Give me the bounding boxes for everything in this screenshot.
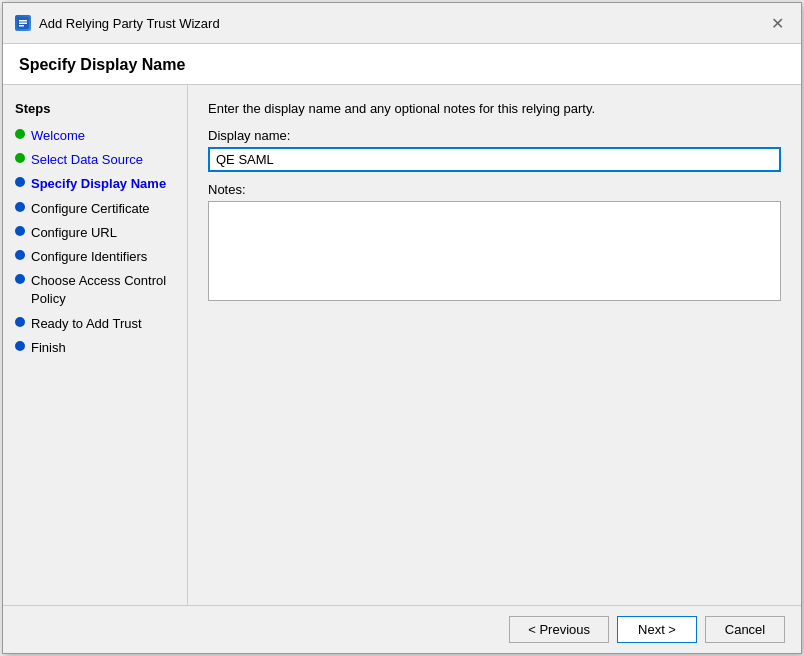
content-area: Steps Welcome Select Data Source Specify… [3, 85, 801, 605]
step-label-finish: Finish [31, 339, 66, 357]
bottom-bar: < Previous Next > Cancel [3, 605, 801, 653]
page-header: Specify Display Name [3, 44, 801, 85]
step-dot-ready-to-add [15, 317, 25, 327]
display-name-label: Display name: [208, 128, 781, 143]
sidebar: Steps Welcome Select Data Source Specify… [3, 85, 188, 605]
title-bar-text: Add Relying Party Trust Wizard [39, 16, 220, 31]
step-label-choose-access-control: Choose Access Control Policy [31, 272, 175, 308]
step-label-select-data-source: Select Data Source [31, 151, 143, 169]
sidebar-item-finish[interactable]: Finish [3, 336, 187, 360]
title-bar-left: Add Relying Party Trust Wizard [15, 15, 220, 31]
step-dot-select-data-source [15, 153, 25, 163]
step-dot-configure-certificate [15, 202, 25, 212]
next-button[interactable]: Next > [617, 616, 697, 643]
sidebar-item-ready-to-add[interactable]: Ready to Add Trust [3, 312, 187, 336]
cancel-button[interactable]: Cancel [705, 616, 785, 643]
step-dot-configure-identifiers [15, 250, 25, 260]
title-bar: Add Relying Party Trust Wizard ✕ [3, 3, 801, 44]
step-label-ready-to-add: Ready to Add Trust [31, 315, 142, 333]
sidebar-item-configure-certificate[interactable]: Configure Certificate [3, 197, 187, 221]
page-title: Specify Display Name [19, 56, 785, 74]
previous-button[interactable]: < Previous [509, 616, 609, 643]
sidebar-item-select-data-source[interactable]: Select Data Source [3, 148, 187, 172]
close-button[interactable]: ✕ [765, 11, 789, 35]
step-label-specify-display-name: Specify Display Name [31, 175, 166, 193]
step-label-configure-url: Configure URL [31, 224, 117, 242]
step-dot-finish [15, 341, 25, 351]
sidebar-item-configure-url[interactable]: Configure URL [3, 221, 187, 245]
wizard-icon [15, 15, 31, 31]
notes-textarea[interactable] [208, 201, 781, 301]
sidebar-item-welcome[interactable]: Welcome [3, 124, 187, 148]
notes-label: Notes: [208, 182, 781, 197]
notes-group: Notes: [208, 182, 781, 304]
step-dot-specify-display-name [15, 177, 25, 187]
step-dot-welcome [15, 129, 25, 139]
sidebar-item-specify-display-name[interactable]: Specify Display Name [3, 172, 187, 196]
svg-rect-1 [19, 20, 27, 22]
step-dot-choose-access-control [15, 274, 25, 284]
sidebar-item-configure-identifiers[interactable]: Configure Identifiers [3, 245, 187, 269]
main-description: Enter the display name and any optional … [208, 101, 781, 116]
step-label-welcome: Welcome [31, 127, 85, 145]
display-name-group: Display name: [208, 128, 781, 172]
sidebar-item-choose-access-control[interactable]: Choose Access Control Policy [3, 269, 187, 311]
step-dot-configure-url [15, 226, 25, 236]
main-panel: Enter the display name and any optional … [188, 85, 801, 605]
step-label-configure-certificate: Configure Certificate [31, 200, 150, 218]
dialog-window: Add Relying Party Trust Wizard ✕ Specify… [2, 2, 802, 654]
display-name-input[interactable] [208, 147, 781, 172]
svg-rect-3 [19, 25, 24, 27]
sidebar-header: Steps [3, 97, 187, 124]
step-label-configure-identifiers: Configure Identifiers [31, 248, 147, 266]
svg-rect-2 [19, 23, 27, 25]
